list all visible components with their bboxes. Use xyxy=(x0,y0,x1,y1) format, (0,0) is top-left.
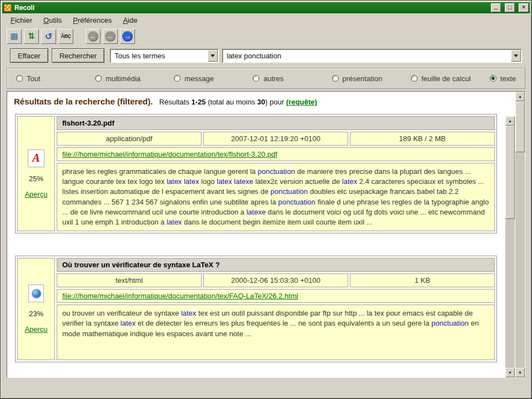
radio-label: feuille de calcul xyxy=(421,74,471,83)
results-count-prefix: Résultats xyxy=(159,98,189,106)
toolbar: ▦ ⇅ ↺ ÂBÇ ← ← → xyxy=(2,27,530,46)
search-button[interactable]: Rechercher xyxy=(52,48,104,63)
radio-icon[interactable] xyxy=(16,75,23,82)
minimize-button[interactable] xyxy=(491,3,501,12)
radio-icon[interactable] xyxy=(411,75,418,82)
scroll-up-button[interactable] xyxy=(505,116,515,126)
window-title: Recoll xyxy=(14,4,487,12)
globe-page-icon xyxy=(28,285,44,302)
search-query-input[interactable] xyxy=(227,52,509,60)
next-page-button[interactable]: → xyxy=(120,29,135,44)
doc-type-filter: Tout multimédia message autres présentat… xyxy=(7,68,525,89)
result-entry: 25% Aperçu flshort-3.20.pdf application/… xyxy=(15,114,497,233)
radio-message[interactable]: message xyxy=(174,74,253,83)
mime-type: application/pdf xyxy=(57,132,202,146)
maximize-button[interactable] xyxy=(505,3,515,12)
statusbar xyxy=(2,378,530,397)
radio-label: Tout xyxy=(27,74,41,83)
outer-scrollbar[interactable] xyxy=(515,92,525,377)
radio-label: texte xyxy=(500,74,516,83)
results-total-post: ) pour xyxy=(265,98,284,106)
app-icon xyxy=(4,4,12,12)
result-side-panel: 23% Aperçu xyxy=(17,258,55,360)
radio-presentation[interactable]: présentation xyxy=(332,74,411,83)
search-mode-select[interactable]: Tous les termes xyxy=(110,49,219,63)
radio-feuille-de-calcul[interactable]: feuille de calcul xyxy=(411,74,490,83)
result-date: 2000-12-06 15:03:30 +0100 xyxy=(203,273,348,287)
result-url-cell: file:///home/michael/informatique/docume… xyxy=(57,147,495,161)
search-mode-value: Tous les termes xyxy=(114,52,165,60)
scroll-thumb[interactable] xyxy=(515,101,525,152)
menu-item-preferences[interactable]: Préférences xyxy=(68,14,117,26)
menu-item-aide[interactable]: Aide xyxy=(118,14,142,26)
result-url-link[interactable]: file:///home/michael/informatique/docume… xyxy=(62,150,277,158)
radio-icon[interactable] xyxy=(95,75,102,82)
results-total-pre: (total au moins xyxy=(208,98,255,106)
radio-multimedia[interactable]: multimédia xyxy=(95,74,174,83)
radio-tout[interactable]: Tout xyxy=(16,74,95,83)
result-url-link[interactable]: file:///home/michael/informatique/docume… xyxy=(62,292,298,300)
results-area: Résultats de la recherche (filtered). Ré… xyxy=(7,91,525,378)
radio-label: multimédia xyxy=(106,74,140,83)
scroll-down-button[interactable] xyxy=(505,368,515,377)
radio-icon[interactable] xyxy=(332,75,339,82)
result-entry: 23% Aperçu Où trouver un vérificateur de… xyxy=(15,256,497,362)
mime-type: text/html xyxy=(57,273,202,287)
result-meta-row: text/html 2000-12-06 15:03:30 +0100 1 KB xyxy=(57,273,495,287)
prev-arrow-icon: ← xyxy=(88,31,98,42)
scroll-up-button[interactable] xyxy=(515,92,525,101)
result-size: 1 KB xyxy=(350,273,495,287)
term-explorer-button[interactable]: ÂBÇ xyxy=(58,29,73,44)
radio-label: autres xyxy=(263,74,283,83)
radio-icon[interactable] xyxy=(174,75,180,82)
radio-autres[interactable]: autres xyxy=(253,74,332,83)
scroll-thumb[interactable] xyxy=(505,126,515,219)
result-abstract: ou trouver un verificateur de syntaxe la… xyxy=(57,305,495,360)
result-title: flshort-3.20.pdf xyxy=(57,116,495,130)
search-controls: Effacer Rechercher Tous les termes xyxy=(2,46,530,66)
clear-search-icon: ▦ xyxy=(10,31,18,41)
prev-page-button[interactable]: ← xyxy=(103,29,118,44)
results-header-title: Résultats de la recherche (filtered). xyxy=(14,97,153,106)
result-meta-row: application/pdf 2007-12-01 12:19:20 +010… xyxy=(57,132,495,146)
clear-button[interactable]: Effacer xyxy=(10,48,48,63)
radio-icon-selected[interactable] xyxy=(490,75,496,82)
result-date: 2007-12-01 12:19:20 +0100 xyxy=(203,132,348,146)
chevron-down-icon[interactable] xyxy=(511,50,521,62)
result-url-cell: file:///home/michael/informatique/docume… xyxy=(57,289,495,303)
radio-label: message xyxy=(184,74,214,83)
result-title: Où trouver un vérificateur de syntaxe La… xyxy=(57,258,495,272)
relevance-percent: 23% xyxy=(29,310,43,318)
prev-arrow-icon: ← xyxy=(105,31,116,42)
clear-search-button[interactable]: ▦ xyxy=(7,29,22,44)
spell-abc-icon: ÂBÇ xyxy=(61,33,71,39)
result-abstract: phrase les regles grammaticales de chaqu… xyxy=(57,163,495,231)
titlebar: Recoll xyxy=(2,2,530,13)
results-headline: Résultats de la recherche (filtered). Ré… xyxy=(13,96,499,108)
entry-gap xyxy=(13,233,499,250)
pdf-icon xyxy=(28,149,44,167)
radio-texte[interactable]: texte xyxy=(490,74,516,83)
results-summary: Résultats 1-25 (total au moins 30) pour … xyxy=(159,98,317,106)
query-link[interactable]: (requête) xyxy=(286,98,317,106)
preview-link[interactable]: Aperçu xyxy=(24,190,47,198)
scroll-down-button[interactable] xyxy=(515,368,525,377)
preview-link[interactable]: Aperçu xyxy=(24,325,47,333)
update-index-icon: ⇅ xyxy=(28,31,35,41)
history-back-button[interactable]: ↺ xyxy=(41,29,56,44)
radio-icon[interactable] xyxy=(253,75,259,82)
menu-item-fichier[interactable]: Fichier xyxy=(6,14,37,26)
close-button[interactable] xyxy=(519,3,529,12)
menu-item-outils[interactable]: Outils xyxy=(38,14,67,26)
relevance-percent: 25% xyxy=(29,174,43,183)
next-arrow-icon: → xyxy=(122,31,133,42)
update-index-button[interactable]: ⇅ xyxy=(24,29,39,44)
first-page-button[interactable]: ← xyxy=(86,29,101,44)
back-arrow-circle-icon: ↺ xyxy=(45,31,52,42)
inner-scrollbar[interactable] xyxy=(505,116,515,377)
recoll-window: Recoll Fichier Outils Préférences Aide ▦… xyxy=(0,0,532,399)
search-query-combo xyxy=(222,49,522,63)
results-total: 30 xyxy=(257,98,265,106)
chevron-down-icon[interactable] xyxy=(208,50,218,62)
radio-label: présentation xyxy=(343,74,383,83)
